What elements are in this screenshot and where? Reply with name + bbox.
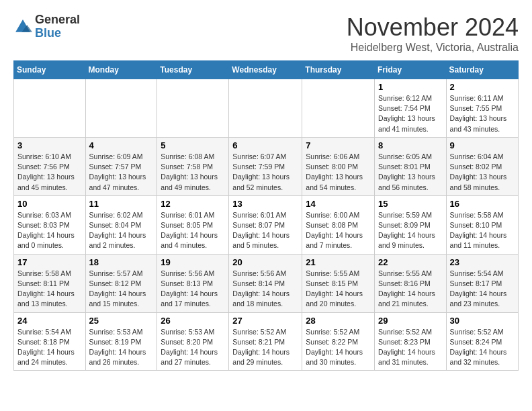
daylight-label: Daylight: 13 hours: [450, 173, 507, 181]
daylight-label: Daylight: 14 hours: [161, 348, 218, 356]
calendar-week-row: 3Sunrise: 6:10 AMSunset: 7:56 PMDaylight…: [14, 137, 519, 195]
calendar-cell: 13Sunrise: 6:01 AMSunset: 8:07 PMDayligh…: [229, 195, 302, 254]
day-number: 18: [89, 257, 154, 267]
daylight-label: Daylight: 13 hours: [306, 173, 363, 181]
calendar-cell: 9Sunrise: 6:04 AMSunset: 8:02 PMDaylight…: [446, 137, 518, 195]
daylight-label: Daylight: 14 hours: [232, 231, 290, 239]
calendar-cell: 21Sunrise: 5:55 AMSunset: 8:15 PMDayligh…: [302, 254, 375, 312]
calendar-header-wednesday: Wednesday: [229, 61, 302, 79]
day-number: 2: [450, 82, 515, 92]
day-number: 10: [17, 199, 82, 209]
day-number: 23: [450, 257, 515, 267]
day-number: 1: [378, 82, 443, 92]
daylight-label: Daylight: 14 hours: [89, 348, 146, 356]
day-content: Sunrise: 5:58 AMSunset: 8:11 PMDaylight:…: [17, 269, 82, 310]
daylight-label: Daylight: 14 hours: [306, 289, 363, 298]
calendar-header-monday: Monday: [85, 61, 157, 79]
day-number: 9: [450, 140, 515, 150]
day-content: Sunrise: 5:53 AMSunset: 8:19 PMDaylight:…: [89, 327, 154, 368]
daylight-label: Daylight: 13 hours: [161, 173, 218, 181]
calendar-week-row: 1Sunrise: 6:12 AMSunset: 7:54 PMDaylight…: [14, 79, 519, 138]
day-number: 11: [89, 199, 154, 209]
calendar-cell: 24Sunrise: 5:54 AMSunset: 8:18 PMDayligh…: [14, 312, 86, 371]
day-content: Sunrise: 5:57 AMSunset: 8:12 PMDaylight:…: [89, 269, 154, 310]
day-content: Sunrise: 5:52 AMSunset: 8:21 PMDaylight:…: [232, 327, 298, 368]
calendar-cell: 25Sunrise: 5:53 AMSunset: 8:19 PMDayligh…: [85, 312, 157, 371]
calendar-header-sunday: Sunday: [14, 61, 86, 79]
day-number: 24: [17, 316, 82, 326]
day-number: 26: [161, 316, 225, 326]
day-content: Sunrise: 6:11 AMSunset: 7:55 PMDaylight:…: [450, 93, 515, 134]
calendar-cell: 23Sunrise: 5:54 AMSunset: 8:17 PMDayligh…: [446, 254, 518, 312]
daylight-label: Daylight: 14 hours: [306, 231, 363, 239]
month-title: November 2024: [347, 13, 519, 42]
day-number: 14: [306, 199, 371, 209]
calendar-cell: [157, 79, 229, 138]
logo: General Blue: [13, 13, 80, 40]
day-number: 17: [17, 257, 82, 267]
day-number: 7: [306, 140, 371, 150]
calendar-week-row: 10Sunrise: 6:03 AMSunset: 8:03 PMDayligh…: [14, 195, 519, 254]
daylight-label: Daylight: 14 hours: [306, 348, 363, 356]
day-number: 3: [17, 140, 82, 150]
daylight-label: Daylight: 13 hours: [378, 114, 435, 122]
daylight-label: Daylight: 14 hours: [378, 231, 435, 239]
day-number: 16: [450, 199, 515, 209]
calendar-cell: 2Sunrise: 6:11 AMSunset: 7:55 PMDaylight…: [446, 79, 518, 138]
calendar-cell: 28Sunrise: 5:52 AMSunset: 8:22 PMDayligh…: [302, 312, 375, 371]
calendar-cell: 15Sunrise: 5:59 AMSunset: 8:09 PMDayligh…: [375, 195, 447, 254]
day-content: Sunrise: 6:10 AMSunset: 7:56 PMDaylight:…: [17, 152, 82, 193]
day-number: 5: [161, 140, 225, 150]
day-content: Sunrise: 5:53 AMSunset: 8:20 PMDaylight:…: [161, 327, 225, 368]
day-content: Sunrise: 6:07 AMSunset: 7:59 PMDaylight:…: [232, 152, 298, 193]
day-content: Sunrise: 5:52 AMSunset: 8:23 PMDaylight:…: [378, 327, 443, 368]
calendar-cell: [85, 79, 157, 138]
day-number: 30: [450, 316, 515, 326]
calendar-cell: 6Sunrise: 6:07 AMSunset: 7:59 PMDaylight…: [229, 137, 302, 195]
calendar-cell: 1Sunrise: 6:12 AMSunset: 7:54 PMDaylight…: [375, 79, 447, 138]
daylight-label: Daylight: 13 hours: [232, 173, 290, 181]
daylight-label: Daylight: 14 hours: [161, 231, 218, 239]
calendar-week-row: 17Sunrise: 5:58 AMSunset: 8:11 PMDayligh…: [14, 254, 519, 312]
day-number: 19: [161, 257, 225, 267]
day-content: Sunrise: 6:01 AMSunset: 8:07 PMDaylight:…: [232, 210, 298, 251]
day-number: 6: [232, 140, 298, 150]
calendar-cell: 19Sunrise: 5:56 AMSunset: 8:13 PMDayligh…: [157, 254, 229, 312]
day-number: 27: [232, 316, 298, 326]
calendar-header-row: SundayMondayTuesdayWednesdayThursdayFrid…: [14, 61, 519, 79]
day-number: 12: [161, 199, 225, 209]
day-number: 13: [232, 199, 298, 209]
day-content: Sunrise: 6:05 AMSunset: 8:01 PMDaylight:…: [378, 152, 443, 193]
day-content: Sunrise: 6:12 AMSunset: 7:54 PMDaylight:…: [378, 93, 443, 134]
daylight-label: Daylight: 13 hours: [450, 114, 507, 122]
day-content: Sunrise: 6:06 AMSunset: 8:00 PMDaylight:…: [306, 152, 371, 193]
calendar-cell: 30Sunrise: 5:52 AMSunset: 8:24 PMDayligh…: [446, 312, 518, 371]
day-content: Sunrise: 6:01 AMSunset: 8:05 PMDaylight:…: [161, 210, 225, 251]
calendar-cell: [14, 79, 86, 138]
calendar-cell: 14Sunrise: 6:00 AMSunset: 8:08 PMDayligh…: [302, 195, 375, 254]
day-number: 4: [89, 140, 154, 150]
calendar-cell: 17Sunrise: 5:58 AMSunset: 8:11 PMDayligh…: [14, 254, 86, 312]
day-number: 29: [378, 316, 443, 326]
day-number: 15: [378, 199, 443, 209]
daylight-label: Daylight: 13 hours: [17, 173, 75, 181]
calendar-cell: 10Sunrise: 6:03 AMSunset: 8:03 PMDayligh…: [14, 195, 86, 254]
day-content: Sunrise: 6:02 AMSunset: 8:04 PMDaylight:…: [89, 210, 154, 251]
day-content: Sunrise: 5:55 AMSunset: 8:15 PMDaylight:…: [306, 269, 371, 310]
day-number: 28: [306, 316, 371, 326]
daylight-label: Daylight: 14 hours: [89, 231, 146, 239]
calendar-cell: 4Sunrise: 6:09 AMSunset: 7:57 PMDaylight…: [85, 137, 157, 195]
daylight-label: Daylight: 14 hours: [232, 289, 290, 298]
calendar-week-row: 24Sunrise: 5:54 AMSunset: 8:18 PMDayligh…: [14, 312, 519, 371]
calendar-header-friday: Friday: [375, 61, 447, 79]
daylight-label: Daylight: 14 hours: [378, 289, 435, 298]
calendar-header-thursday: Thursday: [302, 61, 375, 79]
day-content: Sunrise: 5:52 AMSunset: 8:22 PMDaylight:…: [306, 327, 371, 368]
daylight-label: Daylight: 14 hours: [17, 231, 75, 239]
calendar-cell: 5Sunrise: 6:08 AMSunset: 7:58 PMDaylight…: [157, 137, 229, 195]
daylight-label: Daylight: 14 hours: [161, 289, 218, 298]
header: General Blue November 2024 Heidelberg We…: [13, 13, 519, 54]
day-content: Sunrise: 6:08 AMSunset: 7:58 PMDaylight:…: [161, 152, 225, 193]
daylight-label: Daylight: 14 hours: [450, 348, 507, 356]
page: General Blue November 2024 Heidelberg We…: [0, 0, 532, 384]
